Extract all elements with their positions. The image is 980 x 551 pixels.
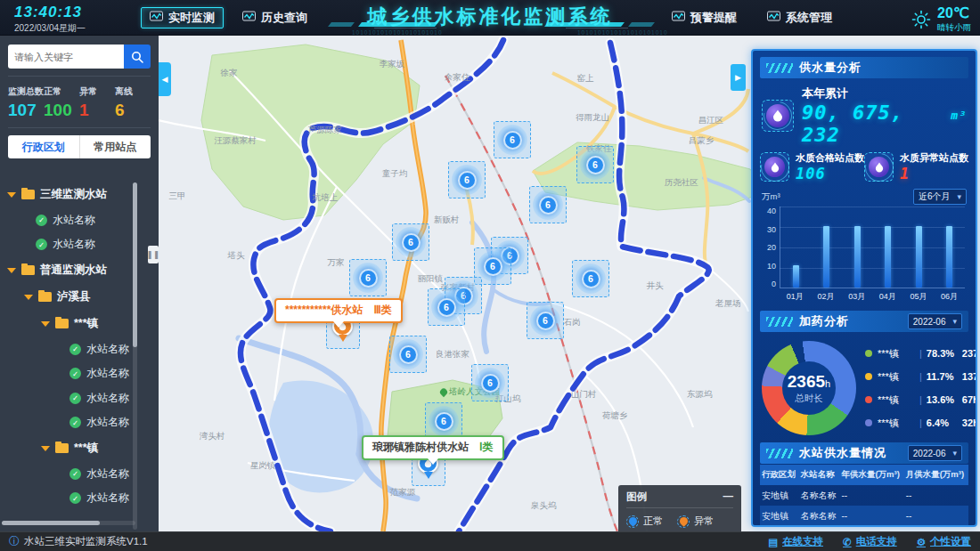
map-place-label: 良港张家: [436, 349, 470, 361]
donut-total-label: 总时长: [795, 393, 823, 405]
tree-station-label: 水站名称: [86, 415, 129, 430]
table-cell: --: [839, 485, 903, 506]
table-row[interactable]: 安地镇名称名称----: [760, 506, 968, 526]
table-cell: 名称名称: [799, 506, 840, 526]
table-row[interactable]: 安地镇名称名称----: [760, 485, 968, 506]
expand-arrow-icon[interactable]: [24, 295, 33, 300]
phone-icon: ✆: [843, 536, 852, 548]
table-period-dropdown[interactable]: 2022-06: [908, 445, 962, 461]
nav-item-history[interactable]: 历史查询: [234, 7, 315, 28]
bar-value: [885, 226, 891, 288]
stat-3: 离线6: [115, 85, 151, 120]
station-cluster-marker[interactable]: 6: [392, 223, 429, 261]
legend-minimize-button[interactable]: —: [723, 490, 734, 504]
tree-horizontal-scrollbar[interactable]: [2, 521, 135, 525]
panel-expand-button[interactable]: ▶: [731, 64, 746, 91]
sidebar-tabs: 行政区划常用站点: [8, 135, 151, 158]
quality-bad-label: 水质异常站点数: [900, 151, 968, 165]
station-popup[interactable]: ***********供水站 Ⅲ类: [274, 298, 403, 323]
legend-percent: 11.7%: [927, 371, 962, 382]
legend-item-label: 正常: [643, 515, 663, 528]
station-cluster-marker[interactable]: 6: [389, 336, 427, 373]
legend-percent: 78.3%: [927, 348, 962, 359]
station-cluster-marker[interactable]: 6: [425, 402, 462, 440]
table-cell: --: [839, 526, 903, 527]
station-cluster-marker[interactable]: 6: [349, 259, 387, 296]
station-cluster-marker[interactable]: 6: [428, 288, 465, 326]
map-legend: 图例 — 正常异常: [618, 485, 741, 531]
y-tick-label: 40: [762, 207, 776, 215]
expand-arrow-icon[interactable]: [41, 321, 50, 327]
cluster-ripple: 6: [478, 251, 508, 281]
water-quality-ok-icon: [760, 152, 789, 182]
map-place-label: 徐家: [221, 68, 238, 79]
expand-arrow-icon[interactable]: [7, 268, 16, 273]
table-column-header: 行政区划: [760, 465, 799, 485]
weather-desc: 晴转小雨: [937, 22, 971, 34]
stat-label: 离线: [115, 85, 151, 98]
table-row[interactable]: 安地镇名称名称----: [760, 526, 968, 527]
chart-range-dropdown[interactable]: 近6个月: [913, 189, 967, 205]
station-cluster-marker[interactable]: 6: [527, 302, 564, 339]
footer-link-个性设置[interactable]: ⚙个性设置: [917, 535, 971, 548]
section-header-station-table: 水站供水量情况 2022-06: [760, 442, 968, 464]
search-button[interactable]: [124, 45, 151, 69]
tree-station-label: 水站名称: [53, 213, 95, 228]
nav-item-realtime[interactable]: 实时监测: [141, 7, 224, 28]
top-header: 13:40:13 2022/03/04星期一 实时监测历史查询 10101010…: [0, 0, 980, 36]
x-tick-label: 04月: [879, 291, 896, 303]
nav-item-system[interactable]: 系统管理: [759, 7, 840, 28]
dosing-donut-chart: 2365h 总时长 ***镇|78.3%237h***镇|11.7%137h**…: [762, 341, 968, 435]
tree-folder-label: 泸溪县: [57, 289, 91, 304]
map-place-label: 三甲: [169, 190, 186, 202]
sidebar-resize-handle[interactable]: ❚❚: [148, 246, 159, 263]
station-cluster-marker[interactable]: 6: [576, 146, 614, 183]
station-cluster-marker[interactable]: 6: [572, 260, 609, 297]
analytics-panel: 供水量分析 本年累计 90, 675, 232 m³ 水质合格站点数 106: [751, 49, 977, 527]
legend-item-异常: 异常: [677, 515, 714, 528]
dosing-period-dropdown[interactable]: 2022-06: [908, 313, 962, 329]
tab-常用站点[interactable]: 常用站点: [79, 135, 151, 158]
search-input[interactable]: [8, 45, 124, 69]
nav-item-alert[interactable]: 预警提醒: [664, 7, 745, 28]
tab-行政区划[interactable]: 行政区划: [8, 135, 79, 158]
legend-percent: 6.4%: [927, 417, 962, 428]
slashes-decor-icon: [766, 317, 793, 327]
station-cluster-marker[interactable]: 6: [471, 364, 509, 401]
expand-arrow-icon[interactable]: [41, 446, 50, 451]
station-popup[interactable]: 琅琊镇雅陈村供水站 Ⅰ类: [362, 435, 504, 460]
section-header-dosing: 加药分析 2022-06: [760, 311, 968, 332]
legend-town-name: ***镇: [878, 393, 915, 407]
donut-legend-row: ***镇|6.4%32h: [865, 417, 977, 430]
station-cluster-marker[interactable]: 6: [529, 186, 567, 223]
park-pin-icon: [438, 386, 448, 396]
tree-folder-label: ***镇: [74, 316, 98, 331]
table-cell: 名称名称: [799, 526, 840, 527]
map-place-label: 窑上: [577, 73, 594, 85]
legend-divider: |: [919, 394, 922, 405]
station-supply-table: 行政区划水站名称年供水量(万m³)月供水量(万m³) 安地镇名称名称----安地…: [760, 465, 968, 527]
cluster-count: 6: [399, 345, 418, 364]
x-tick-label: 01月: [787, 291, 804, 303]
station-cluster-marker[interactable]: 6: [448, 161, 486, 199]
tree-station-label: 水站名称: [86, 466, 129, 482]
stat-1: 正常100: [44, 85, 79, 120]
search-icon: [131, 51, 143, 63]
tree-vertical-scrollbar[interactable]: [133, 182, 137, 530]
station-cluster-marker[interactable]: 6: [494, 121, 531, 158]
map-place-label: 万家: [328, 257, 345, 269]
legend-hours: 32h: [962, 417, 977, 428]
map-place-label: 昌江区: [698, 115, 724, 126]
footer-link-电话支持[interactable]: ✆电话支持: [843, 535, 897, 548]
table-cell: 名称名称: [799, 485, 840, 506]
cluster-ripple: 6: [475, 368, 505, 398]
table-cell: 安地镇: [760, 485, 799, 506]
expand-arrow-icon[interactable]: [7, 192, 16, 198]
monitor-chart-icon: [767, 11, 780, 25]
stat-value: 100: [44, 101, 79, 120]
cluster-count: 6: [536, 312, 555, 330]
sidebar-collapse-button[interactable]: ◀: [159, 62, 171, 96]
temperature: 20℃: [937, 4, 971, 21]
footer-link-在线支持[interactable]: ▤在线支持: [768, 535, 823, 548]
footer-link-label: 个性设置: [930, 535, 971, 548]
